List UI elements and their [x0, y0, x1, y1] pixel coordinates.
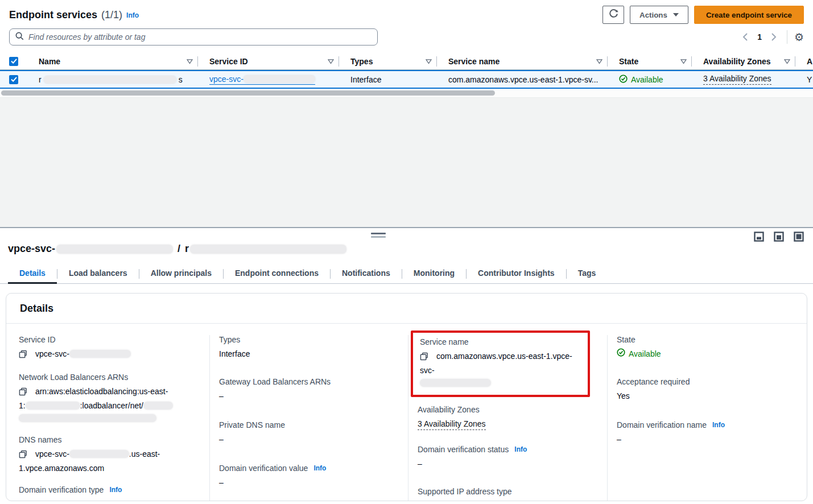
- tab-allow-principals[interactable]: Allow principals: [139, 264, 223, 283]
- status-available-icon: [619, 75, 628, 85]
- sort-icon[interactable]: [596, 59, 602, 64]
- sort-icon[interactable]: [426, 59, 432, 64]
- redacted-name: [190, 245, 346, 254]
- field-service-name: Service name com.amazonaws.vpce.us-east-…: [420, 337, 581, 389]
- tab-endpoint-connections[interactable]: Endpoint connections: [224, 264, 330, 283]
- service-name-highlight-box: Service name com.amazonaws.vpce.us-east-…: [411, 331, 590, 397]
- split-panel: vpce-svc- / r Details Load balancers All…: [0, 227, 813, 504]
- cell-types: Interface: [339, 75, 437, 84]
- field-private-dns-name: Private DNS name –: [219, 420, 398, 445]
- details-column-2: Types Interface Gateway Load Balancers A…: [209, 335, 408, 501]
- availability-zones-popover-trigger[interactable]: 3 Availability Zones: [418, 419, 486, 430]
- sort-icon[interactable]: [784, 59, 790, 64]
- tab-contributor-insights[interactable]: Contributor Insights: [467, 264, 566, 283]
- redacted-value: [69, 350, 131, 358]
- create-endpoint-service-button[interactable]: Create endpoint service: [694, 6, 804, 24]
- details-column-3: Service name com.amazonaws.vpce.us-east-…: [408, 335, 607, 501]
- field-network-load-balancers-arns: Network Load Balancers ARNs arn:aws:elas…: [19, 373, 199, 424]
- page-number[interactable]: 1: [753, 32, 766, 42]
- select-all-checkbox[interactable]: [9, 57, 18, 66]
- info-link[interactable]: Info: [109, 486, 122, 494]
- tab-bar: Details Load balancers Allow principals …: [0, 264, 813, 284]
- redacted-service-id: [244, 75, 315, 83]
- column-header-state[interactable]: State: [608, 53, 692, 69]
- table-header-row: Name Service ID Types Service name State: [0, 53, 813, 70]
- empty-area: [0, 97, 813, 227]
- sort-icon[interactable]: [328, 59, 334, 64]
- field-supported-ip-address-type: Supported IP address type ipv4: [418, 487, 597, 501]
- search-input[interactable]: [28, 32, 372, 42]
- panel-mode-full-icon[interactable]: [794, 232, 804, 243]
- redacted-name: [44, 76, 176, 84]
- cell-name: r s: [27, 75, 198, 84]
- actions-button-label: Actions: [639, 11, 667, 19]
- field-acceptance-required: Acceptance required Yes: [617, 377, 797, 402]
- column-header-availability-zones[interactable]: Availability Zones: [692, 53, 795, 69]
- tab-tags[interactable]: Tags: [567, 264, 608, 283]
- cell-service-name: com.amazonaws.vpce.us-east-1.vpce-sv...: [437, 75, 608, 84]
- endpoint-services-table: Name Service ID Types Service name State: [0, 53, 813, 97]
- details-card: Details Service ID vpce-svc- Network Loa…: [6, 293, 807, 501]
- sort-icon[interactable]: [680, 59, 687, 64]
- preferences-gear-icon[interactable]: ⚙: [794, 32, 804, 43]
- info-link[interactable]: Info: [313, 464, 326, 472]
- field-domain-verification-value: Domain verification value Info –: [219, 464, 398, 489]
- field-gateway-load-balancers-arns: Gateway Load Balancers ARNs –: [219, 377, 398, 402]
- filter-row: 1 ⚙: [0, 28, 813, 46]
- tab-details[interactable]: Details: [8, 264, 57, 283]
- actions-button[interactable]: Actions: [630, 6, 688, 24]
- redacted-service-id: [56, 245, 173, 254]
- info-link[interactable]: Info: [514, 445, 527, 453]
- search-icon: [15, 32, 24, 42]
- redacted-value: [19, 414, 156, 422]
- details-column-1: Service ID vpce-svc- Network Load Balanc…: [6, 335, 209, 501]
- search-box[interactable]: [9, 28, 378, 46]
- copy-icon[interactable]: [420, 352, 428, 364]
- refresh-icon: [609, 9, 618, 20]
- horizontal-scrollbar-thumb[interactable]: [1, 90, 495, 96]
- column-header-acceptance-truncated[interactable]: A: [795, 53, 813, 69]
- split-panel-mode-buttons: [754, 232, 804, 243]
- next-page-button[interactable]: [766, 30, 781, 44]
- status-badge: Available: [629, 348, 661, 360]
- resource-count: (1/1): [101, 9, 122, 21]
- info-link[interactable]: Info: [712, 421, 725, 429]
- details-column-4: State Available Acceptance required Yes: [607, 335, 807, 501]
- panel-mode-bottom-half-icon[interactable]: [774, 232, 784, 243]
- table-row[interactable]: r s vpce-svc- Interface com.amazonaws.vp…: [0, 70, 813, 89]
- column-header-name[interactable]: Name: [27, 53, 198, 69]
- copy-icon[interactable]: [19, 449, 27, 462]
- cell-acceptance-truncated: Y: [795, 75, 813, 84]
- status-badge: Available: [631, 75, 663, 84]
- column-header-service-name[interactable]: Service name: [437, 53, 608, 69]
- chevron-down-icon: [673, 13, 679, 16]
- tab-monitoring[interactable]: Monitoring: [402, 264, 466, 283]
- field-availability-zones: Availability Zones 3 Availability Zones: [418, 405, 597, 430]
- copy-icon[interactable]: [19, 387, 27, 399]
- field-domain-verification-name: Domain verification name Info –: [617, 420, 797, 445]
- redacted-value: [26, 402, 80, 410]
- field-domain-verification-status: Domain verification status Info –: [418, 445, 597, 470]
- row-checkbox[interactable]: [9, 75, 18, 84]
- field-state: State Available: [617, 335, 797, 360]
- sort-icon[interactable]: [187, 59, 193, 64]
- redacted-value: [69, 450, 129, 458]
- field-types: Types Interface: [219, 335, 398, 360]
- copy-icon[interactable]: [19, 349, 27, 362]
- previous-page-button[interactable]: [738, 30, 753, 44]
- tab-notifications[interactable]: Notifications: [331, 264, 402, 283]
- list-header: Endpoint services (1/1) Info Actions Cre…: [0, 6, 813, 24]
- title-info-link[interactable]: Info: [126, 11, 139, 19]
- field-service-id: Service ID vpce-svc-: [19, 335, 199, 362]
- refresh-button[interactable]: [602, 6, 624, 24]
- horizontal-scrollbar[interactable]: [0, 89, 813, 97]
- split-panel-drag-handle[interactable]: [371, 233, 386, 238]
- panel-mode-bottom-small-icon[interactable]: [754, 232, 764, 243]
- availability-zones-popover-trigger[interactable]: 3 Availability Zones: [703, 74, 771, 85]
- tab-load-balancers[interactable]: Load balancers: [57, 264, 139, 283]
- service-id-link[interactable]: vpce-svc-: [209, 75, 315, 85]
- column-header-service-id[interactable]: Service ID: [198, 53, 339, 69]
- field-domain-verification-type: Domain verification type Info –: [19, 485, 199, 501]
- column-header-types[interactable]: Types: [339, 53, 437, 69]
- status-available-icon: [617, 348, 625, 360]
